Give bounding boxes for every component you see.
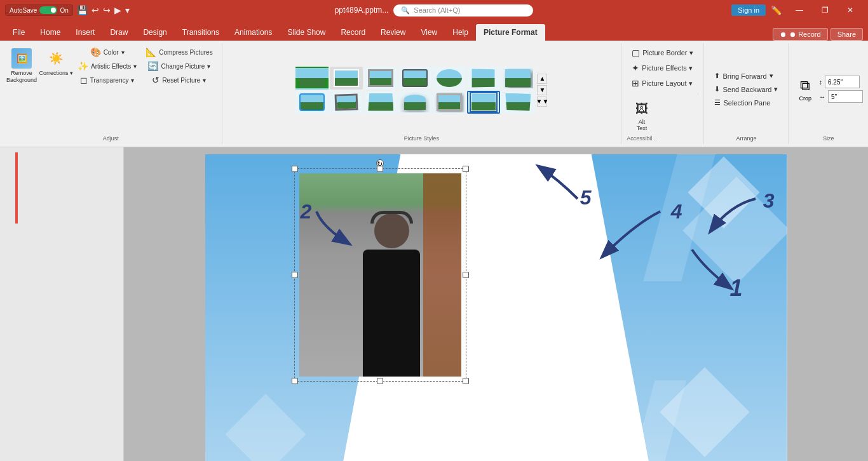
color-button[interactable]: 🎨 Color ▾: [74, 46, 140, 58]
size-inputs: ↕ ↔: [819, 76, 863, 103]
feedback-icon[interactable]: ✏️: [771, 5, 782, 15]
selection-pane-button[interactable]: ☰ Selection Pane: [709, 97, 783, 109]
border-icon: ▢: [632, 48, 640, 58]
send-backward-chevron: ▾: [774, 85, 778, 93]
arrange-label: Arrange: [736, 133, 756, 142]
gallery-more[interactable]: ▼▼: [537, 97, 547, 107]
remove-background-label: Remove Background: [6, 70, 37, 84]
gallery-item-10[interactable]: [364, 91, 397, 114]
signin-button[interactable]: Sign in: [731, 4, 766, 16]
picture-effects-button[interactable]: ✦ Picture Effects ▾: [627, 61, 698, 75]
gallery-item-8[interactable]: [295, 91, 329, 114]
artistic-effects-button[interactable]: ✨ Artistic Effects ▾: [74, 60, 140, 72]
picture-styles-gallery: [295, 67, 534, 114]
tab-draw[interactable]: Draw: [102, 24, 135, 41]
handle-top-right[interactable]: [463, 166, 469, 172]
bring-forward-label: Bring Forward: [722, 72, 766, 80]
ribbon-tabs: File Home Insert Draw Design Transitions…: [0, 20, 868, 41]
gallery-item-11[interactable]: [398, 91, 431, 114]
record-button[interactable]: ⏺ ⏺ Record: [773, 28, 828, 41]
gallery-item-5[interactable]: [433, 67, 466, 90]
share-button[interactable]: Share: [831, 28, 863, 41]
gallery-item-13[interactable]: [467, 91, 500, 114]
photo-container[interactable]: ↻: [299, 173, 461, 377]
gallery-item-2[interactable]: [330, 67, 363, 90]
effects-group-divider: [627, 93, 698, 95]
reset-chevron: ▾: [203, 77, 206, 84]
alt-text-icon: 🖼: [635, 102, 648, 116]
picture-border-button[interactable]: ▢ Picture Border ▾: [627, 46, 698, 60]
corrections-button[interactable]: ☀️ Corrections ▾: [39, 46, 72, 79]
gallery-item-1[interactable]: [295, 67, 329, 90]
transparency-button[interactable]: ◻ Transparency ▾: [74, 74, 140, 86]
tab-help[interactable]: Help: [445, 24, 476, 41]
handle-bottom-middle[interactable]: [377, 378, 383, 384]
tab-file[interactable]: File: [5, 24, 32, 41]
remove-background-button[interactable]: 🖼️ Remove Background: [5, 46, 38, 86]
bring-forward-button[interactable]: ⬆ Bring Forward ▾: [709, 70, 783, 82]
autosave-toggle-on: [39, 6, 57, 14]
alt-text-button[interactable]: 🖼 AltText: [627, 99, 657, 134]
tab-home[interactable]: Home: [32, 24, 68, 41]
picture-layout-button[interactable]: ⊞ Picture Layout ▾: [627, 76, 698, 90]
arrange-buttons: ⬆ Bring Forward ▾ ⬇ Send Backward ▾ ☰ Se…: [709, 70, 783, 109]
record-label: ⏺ Record: [789, 30, 821, 38]
present-icon[interactable]: ▶: [114, 5, 121, 15]
handle-top-middle[interactable]: [377, 166, 383, 172]
tab-record[interactable]: Record: [333, 24, 373, 41]
title-bar: AutoSave On 💾 ↩ ↪ ▶ ▾ ppt489A.pptm... 🔍 …: [0, 0, 868, 20]
customize-icon[interactable]: ▾: [125, 5, 130, 15]
save-icon[interactable]: 💾: [77, 5, 88, 15]
border-label: Picture Border: [642, 49, 687, 57]
handle-middle-right[interactable]: [463, 272, 469, 278]
slide-panel: 1: [0, 147, 124, 461]
change-picture-button[interactable]: 🔄 Change Picture ▾: [142, 60, 216, 72]
adjust-group-label: Adjust: [103, 133, 119, 142]
close-button[interactable]: ✕: [837, 0, 863, 20]
tab-design[interactable]: Design: [135, 24, 174, 41]
handle-bottom-left[interactable]: [292, 378, 298, 384]
layout-icon: ⊞: [632, 78, 639, 88]
send-backward-button[interactable]: ⬇ Send Backward ▾: [709, 83, 783, 95]
restore-button[interactable]: ❐: [812, 0, 837, 20]
tab-slideshow[interactable]: Slide Show: [280, 24, 333, 41]
reset-picture-button[interactable]: ↺ Reset Picture ▾: [142, 74, 216, 86]
tab-transitions[interactable]: Transitions: [175, 24, 227, 41]
gallery-item-14[interactable]: [501, 91, 534, 114]
slide-canvas: ↻: [205, 154, 787, 461]
person-torso: [363, 250, 420, 377]
width-input[interactable]: [828, 90, 863, 103]
adjust-small-group2: 📐 Compress Pictures 🔄 Change Picture ▾ ↺…: [142, 46, 216, 86]
tab-view[interactable]: View: [413, 24, 445, 41]
tab-insert[interactable]: Insert: [68, 24, 102, 41]
autosave-state: On: [60, 7, 68, 14]
gallery-item-7[interactable]: [501, 67, 534, 90]
tab-review[interactable]: Review: [373, 24, 413, 41]
handle-top-left[interactable]: [292, 166, 298, 172]
slide-thumbnail[interactable]: [15, 152, 18, 224]
gallery-scroll-down[interactable]: ▼: [537, 85, 547, 95]
gallery-item-6[interactable]: [467, 67, 500, 90]
tab-animations[interactable]: Animations: [227, 24, 280, 41]
minimize-button[interactable]: —: [787, 0, 812, 20]
canvas-area: ↻: [124, 147, 868, 461]
gallery-item-9[interactable]: [330, 91, 363, 114]
gallery-item-12[interactable]: [433, 91, 466, 114]
handle-bottom-right[interactable]: [463, 378, 469, 384]
undo-icon[interactable]: ↩: [92, 5, 99, 15]
artistic-icon: ✨: [78, 61, 88, 71]
corrections-icon: ☀️: [46, 48, 66, 69]
search-box[interactable]: 🔍 Search (Alt+Q): [393, 4, 533, 17]
autosave-toggle[interactable]: AutoSave On: [5, 4, 73, 16]
crop-button[interactable]: ⧉ Crop: [794, 75, 817, 104]
compress-pictures-button[interactable]: 📐 Compress Pictures: [142, 46, 216, 58]
tab-picture-format[interactable]: Picture Format: [476, 24, 545, 41]
ribbon: 🖼️ Remove Background ☀️ Corrections ▾ 🎨 …: [0, 41, 868, 147]
width-row: ↔: [819, 90, 863, 103]
height-input[interactable]: [825, 76, 860, 88]
gallery-item-3[interactable]: [364, 67, 397, 90]
gallery-item-4[interactable]: [398, 67, 431, 90]
gallery-scroll-up[interactable]: ▲: [537, 74, 547, 84]
redo-icon[interactable]: ↪: [103, 5, 111, 15]
handle-middle-left[interactable]: [292, 272, 298, 278]
